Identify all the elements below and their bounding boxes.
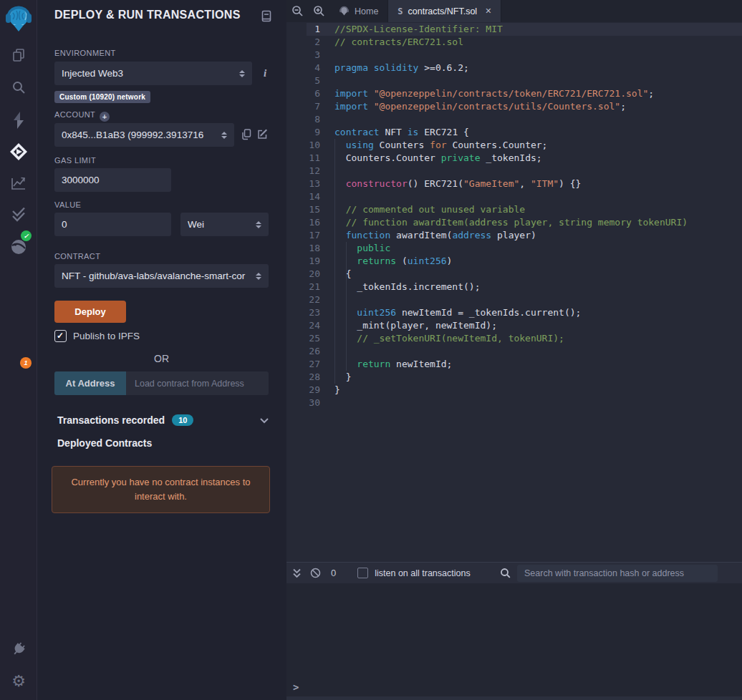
deployed-contracts-title: Deployed Contracts xyxy=(57,437,152,449)
line-content: returns (uint256) xyxy=(320,255,452,268)
value-unit-select[interactable]: Wei xyxy=(180,213,269,236)
line-number: 25 xyxy=(307,332,320,345)
contract-select[interactable]: NFT - github/ava-labs/avalanche-smart-co… xyxy=(54,264,269,288)
copy-account-icon[interactable] xyxy=(241,128,252,144)
code-line[interactable]: 20 { xyxy=(307,268,742,281)
line-content xyxy=(320,293,334,306)
terminal-search-input[interactable] xyxy=(517,565,718,582)
line-number: 14 xyxy=(307,190,320,203)
value-unit: Wei xyxy=(188,219,252,230)
account-label: ACCOUNT+ xyxy=(54,110,110,122)
line-number: 11 xyxy=(307,152,320,165)
close-tab-icon[interactable]: ✕ xyxy=(485,6,491,16)
stepper-icon xyxy=(238,69,245,79)
code-line[interactable]: 11 Counters.Counter private _tokenIds; xyxy=(307,152,742,165)
code-line[interactable]: 24 _mint(player, newItemId); xyxy=(307,319,742,332)
deploy-button[interactable]: Deploy xyxy=(54,301,126,323)
code-line[interactable]: 16 // function awardItem(address player,… xyxy=(307,216,742,229)
terminal-scrollbar[interactable] xyxy=(286,696,742,700)
line-number: 13 xyxy=(307,178,320,190)
line-number: 21 xyxy=(307,281,320,293)
chevron-down-icon[interactable] xyxy=(260,414,269,427)
code-line[interactable]: 17 function awardItem(address player) xyxy=(307,229,742,242)
plugin-manager-icon[interactable] xyxy=(0,640,37,658)
file-explorer-icon[interactable] xyxy=(0,46,37,63)
gas-limit-input[interactable] xyxy=(54,168,171,192)
at-address-row: At Address xyxy=(54,371,269,395)
icon-rail: ✓ 1 xyxy=(0,0,37,700)
terminal-collapse-icon[interactable] xyxy=(292,568,302,578)
code-line[interactable]: 2// contracts/ERC721.sol xyxy=(307,36,742,49)
remix-ide-window: ✓ 1 xyxy=(0,0,742,700)
line-number: 28 xyxy=(307,371,320,384)
code-line[interactable]: 28 } xyxy=(307,371,742,384)
add-account-icon[interactable]: + xyxy=(100,112,110,122)
transactions-recorded-label: Transactions recorded xyxy=(57,414,165,426)
code-line[interactable]: 9contract NFT is ERC721 { xyxy=(307,126,742,139)
code-line[interactable]: 27 return newItemId; xyxy=(307,358,742,371)
code-editor[interactable]: 1//SPDX-License-Identifier: MIT2// contr… xyxy=(286,22,742,562)
code-line[interactable]: 3 xyxy=(307,49,742,62)
code-line[interactable]: 19 returns (uint256) xyxy=(307,255,742,268)
terminal-bar: 0 listen on all transactions xyxy=(286,562,742,583)
code-line[interactable]: 21 _tokenIds.increment(); xyxy=(307,281,742,293)
line-number: 7 xyxy=(307,100,320,113)
at-address-button[interactable]: At Address xyxy=(54,371,126,395)
line-number: 27 xyxy=(307,358,320,371)
sign-message-icon[interactable] xyxy=(256,128,269,143)
environment-select[interactable]: Injected Web3 xyxy=(54,62,252,85)
account-select[interactable]: 0x845...B1aB3 (999992.3913716 xyxy=(54,123,234,147)
line-content xyxy=(320,345,334,358)
code-line[interactable]: 12 xyxy=(307,165,742,178)
zoom-out-icon[interactable] xyxy=(286,0,308,22)
code-line[interactable]: 13 constructor() ERC721("GameItem", "ITM… xyxy=(307,178,742,190)
code-line[interactable]: 25 // _setTokenURI(newItemId, tokenURI); xyxy=(307,332,742,345)
at-address-input[interactable] xyxy=(126,371,269,395)
unit-testing-icon[interactable] xyxy=(0,205,37,224)
documentation-icon[interactable] xyxy=(261,10,272,25)
code-line[interactable]: 14 xyxy=(307,190,742,203)
code-line[interactable]: 5 xyxy=(307,74,742,87)
code-line[interactable]: 30 xyxy=(307,397,742,409)
code-line[interactable]: 1//SPDX-License-Identifier: MIT xyxy=(307,23,742,36)
tab-nft-sol-label: contracts/NFT.sol xyxy=(408,6,478,16)
deploy-run-panel: DEPLOY & RUN TRANSACTIONS ENVIRONMENT In… xyxy=(37,0,286,700)
app-logo-icon[interactable] xyxy=(0,4,37,34)
code-line[interactable]: 26 xyxy=(307,345,742,358)
deploy-run-icon[interactable] xyxy=(0,142,37,162)
code-line[interactable]: 6import "@openzeppelin/contracts/token/E… xyxy=(307,87,742,100)
clear-transactions-icon[interactable] xyxy=(310,568,321,578)
solidity-compiler-icon[interactable]: ✓ xyxy=(0,110,37,130)
line-content: Counters.Counter private _tokenIds; xyxy=(320,152,542,165)
terminal-prompt: > xyxy=(293,681,299,693)
code-line[interactable]: 15 // commented out unused variable xyxy=(307,203,742,216)
line-number: 18 xyxy=(307,242,320,255)
code-line[interactable]: 4pragma solidity >=0.6.2; xyxy=(307,62,742,74)
line-number: 8 xyxy=(307,113,320,126)
settings-icon[interactable]: ⚙ xyxy=(0,671,37,691)
code-line[interactable]: 8 xyxy=(307,113,742,126)
publish-ipfs-checkbox[interactable] xyxy=(54,330,67,342)
line-content: using Counters for Counters.Counter; xyxy=(320,139,547,152)
stepper-icon xyxy=(255,220,261,230)
transactions-recorded-row[interactable]: Transactions recorded 10 xyxy=(57,414,269,427)
account-value: 0x845...B1aB3 (999992.3913716 xyxy=(62,130,218,140)
code-line[interactable]: 23 uint256 newItemId = _tokenIds.current… xyxy=(307,306,742,319)
search-icon[interactable] xyxy=(0,79,37,96)
code-line[interactable]: 22 xyxy=(307,293,742,306)
listen-transactions-checkbox[interactable] xyxy=(357,568,368,578)
terminal-output[interactable]: > xyxy=(286,583,742,700)
value-input[interactable] xyxy=(54,213,171,236)
environment-info-icon[interactable]: i xyxy=(264,67,274,80)
code-line[interactable]: 7import "@openzeppelin/contracts/utils/C… xyxy=(307,100,742,113)
code-line[interactable]: 29} xyxy=(307,384,742,397)
line-content: { xyxy=(320,268,351,281)
code-line[interactable]: 10 using Counters for Counters.Counter; xyxy=(307,139,742,152)
debugger-icon[interactable] xyxy=(0,238,37,256)
tab-nft-sol[interactable]: S contracts/NFT.sol ✕ xyxy=(388,0,501,22)
code-line[interactable]: 18 public xyxy=(307,242,742,255)
zoom-in-icon[interactable] xyxy=(308,0,329,22)
analytics-icon[interactable]: 1 xyxy=(0,174,37,193)
solidity-file-icon: S xyxy=(398,6,403,16)
tab-home[interactable]: Home xyxy=(329,0,388,22)
